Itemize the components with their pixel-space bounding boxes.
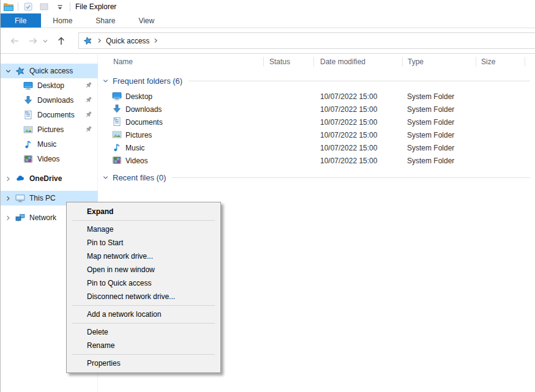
context-menu-item-add-a-network-location[interactable]: Add a network location xyxy=(67,308,220,321)
sidebar-item-label: Network xyxy=(29,213,56,222)
context-menu-item-pin-to-start[interactable]: Pin to Start xyxy=(67,236,220,250)
qat-dropdown-icon[interactable] xyxy=(54,1,66,13)
downloads-icon xyxy=(112,104,122,114)
chevron-down-icon xyxy=(102,78,109,84)
network-icon xyxy=(15,213,25,223)
chevron-right-icon[interactable] xyxy=(3,176,13,182)
file-row-music[interactable]: Music 10/07/2022 15:00 System Folder xyxy=(99,141,535,154)
tab-file[interactable]: File xyxy=(0,13,41,28)
sidebar-item-label: Music xyxy=(37,140,56,149)
column-separator[interactable] xyxy=(402,57,403,67)
context-menu-item-manage[interactable]: Manage xyxy=(67,223,220,236)
breadcrumb-chevron-icon[interactable] xyxy=(154,38,158,43)
group-header-recent-files[interactable]: Recent files (0) xyxy=(102,171,530,183)
sidebar-item-label: Documents xyxy=(37,111,75,119)
file-name: Desktop xyxy=(125,92,152,101)
tab-view[interactable]: View xyxy=(127,13,166,28)
up-arrow-icon[interactable] xyxy=(54,34,69,48)
videos-icon xyxy=(23,154,33,164)
sidebar-item-videos[interactable]: Videos xyxy=(0,152,98,166)
desktop-icon xyxy=(23,81,33,91)
sidebar-item-label: Pictures xyxy=(37,125,64,134)
column-separator[interactable] xyxy=(313,57,314,67)
sidebar-item-quick-access[interactable]: Quick access xyxy=(0,64,98,78)
desktop-icon xyxy=(112,91,122,101)
context-menu-item-expand[interactable]: Expand xyxy=(67,205,220,218)
sidebar-item-music[interactable]: Music xyxy=(0,137,98,152)
context-menu: Expand Manage Pin to Start Map network d… xyxy=(66,202,221,373)
file-row-downloads[interactable]: Downloads 10/07/2022 15:00 System Folder xyxy=(99,103,535,116)
pin-icon xyxy=(84,110,93,119)
file-date-modified: 10/07/2022 15:00 xyxy=(320,131,377,139)
tab-home[interactable]: Home xyxy=(41,13,84,28)
file-row-videos[interactable]: Videos 10/07/2022 15:00 System Folder xyxy=(99,154,535,167)
column-header-type[interactable]: Type xyxy=(408,54,424,69)
chevron-right-icon[interactable] xyxy=(3,215,13,221)
file-date-modified: 10/07/2022 15:00 xyxy=(320,92,377,101)
context-menu-item-map-network-drive[interactable]: Map network drive... xyxy=(67,250,220,263)
title-separator xyxy=(70,2,70,11)
sidebar-item-onedrive[interactable]: OneDrive xyxy=(0,171,98,186)
column-separator[interactable] xyxy=(525,57,525,67)
back-arrow-icon[interactable] xyxy=(7,34,22,48)
context-menu-item-open-in-new-window[interactable]: Open in new window xyxy=(67,263,220,276)
column-header-date-modified[interactable]: Date modified xyxy=(320,54,365,69)
column-separator[interactable] xyxy=(476,57,476,67)
sidebar-item-desktop[interactable]: Desktop xyxy=(0,78,98,93)
sidebar-item-label: OneDrive xyxy=(29,174,62,183)
sidebar-item-label: Videos xyxy=(37,155,59,163)
sidebar-item-downloads[interactable]: Downloads xyxy=(0,93,98,108)
documents-icon xyxy=(23,110,33,120)
group-header-label: Recent files (0) xyxy=(113,173,166,182)
chevron-down-icon xyxy=(102,174,109,181)
context-menu-item-properties[interactable]: Properties xyxy=(67,357,220,370)
context-menu-item-rename[interactable]: Rename xyxy=(67,339,220,352)
videos-icon xyxy=(112,155,122,165)
file-name: Documents xyxy=(125,118,163,127)
context-menu-item-pin-to-quick-access[interactable]: Pin to Quick access xyxy=(67,276,220,290)
file-type: System Folder xyxy=(407,92,454,101)
new-folder-icon[interactable] xyxy=(38,1,50,13)
sidebar-item-label: Quick access xyxy=(29,67,73,75)
file-type: System Folder xyxy=(407,157,454,165)
recent-locations-icon[interactable] xyxy=(40,34,50,48)
sidebar-item-documents[interactable]: Documents xyxy=(0,108,98,122)
file-type: System Folder xyxy=(407,131,454,139)
tab-share[interactable]: Share xyxy=(84,13,127,28)
sidebar-item-label: Downloads xyxy=(37,96,73,105)
group-header-label: Frequent folders (6) xyxy=(113,76,182,86)
file-date-modified: 10/07/2022 15:00 xyxy=(320,118,377,127)
sidebar-item-pictures[interactable]: Pictures xyxy=(0,122,98,137)
music-icon xyxy=(112,142,122,152)
file-row-pictures[interactable]: Pictures 10/07/2022 15:00 System Folder xyxy=(99,128,535,141)
breadcrumb-chevron-icon[interactable] xyxy=(97,38,102,43)
music-icon xyxy=(23,139,33,149)
downloads-icon xyxy=(23,95,33,105)
file-date-modified: 10/07/2022 15:00 xyxy=(320,105,377,114)
chevron-right-icon[interactable] xyxy=(3,195,13,202)
menu-separator xyxy=(72,305,215,306)
forward-arrow-icon[interactable] xyxy=(26,34,40,48)
context-menu-item-disconnect-network-drive[interactable]: Disconnect network drive... xyxy=(67,290,220,303)
address-bar[interactable]: Quick access xyxy=(78,32,535,49)
breadcrumb-quick-access[interactable]: Quick access xyxy=(106,37,149,45)
file-row-desktop[interactable]: Desktop 10/07/2022 15:00 System Folder xyxy=(99,90,535,103)
file-row-documents[interactable]: Documents 10/07/2022 15:00 System Folder xyxy=(99,116,535,128)
file-type: System Folder xyxy=(407,144,454,152)
file-name: Music xyxy=(125,144,144,152)
quick-access-star-icon xyxy=(83,36,93,46)
this-pc-icon xyxy=(15,193,25,203)
context-menu-item-delete[interactable]: Delete xyxy=(67,325,220,339)
sidebar-item-label: Desktop xyxy=(37,81,64,90)
column-separator[interactable] xyxy=(263,57,264,67)
column-header-status[interactable]: Status xyxy=(269,54,290,69)
pictures-icon xyxy=(23,125,33,135)
file-date-modified: 10/07/2022 15:00 xyxy=(320,157,377,165)
properties-icon[interactable] xyxy=(22,1,34,13)
column-header-name[interactable]: Name xyxy=(113,54,133,69)
chevron-down-icon[interactable] xyxy=(3,68,13,75)
pin-icon xyxy=(84,81,93,90)
group-header-frequent-folders[interactable]: Frequent folders (6) xyxy=(102,75,530,87)
menu-separator xyxy=(72,220,215,221)
column-header-size[interactable]: Size xyxy=(481,54,495,69)
